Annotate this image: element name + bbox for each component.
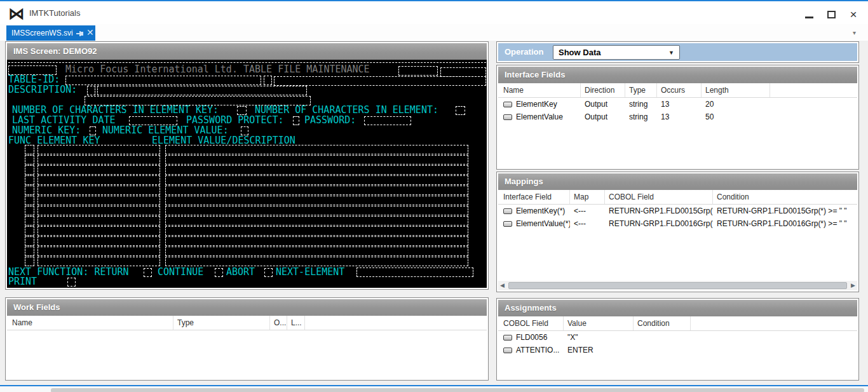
column-header-type[interactable]: Type xyxy=(625,83,657,97)
terminal-field[interactable] xyxy=(25,196,34,205)
pin-icon[interactable] xyxy=(76,30,84,37)
mappings-h-scrollbar[interactable]: ◀ ▶ xyxy=(498,281,857,290)
tab-close-icon[interactable]: ✕ xyxy=(86,27,94,37)
table-row[interactable]: ATTENTIO... ENTER xyxy=(498,344,857,356)
terminal-field[interactable] xyxy=(37,236,160,246)
terminal-field[interactable] xyxy=(25,226,34,236)
terminal-field[interactable] xyxy=(165,196,468,205)
tab-imsscreenws[interactable]: IMSScreenWS.svi ✕ xyxy=(6,25,95,41)
close-icon: × xyxy=(850,8,857,21)
column-header-condition[interactable]: Condition xyxy=(634,316,691,330)
terminal-field[interactable] xyxy=(165,145,468,154)
column-header-cobol-field[interactable]: COBOL Field xyxy=(498,316,564,330)
terminal-field[interactable] xyxy=(274,76,486,86)
terminal-field[interactable] xyxy=(440,67,486,77)
interface-fields-body: ElementKey Outputstring 1320 ElementValu… xyxy=(498,98,857,123)
bottom-scrollbar[interactable] xyxy=(0,386,868,392)
terminal-field[interactable] xyxy=(25,247,34,256)
minimize-button[interactable] xyxy=(799,9,818,22)
column-header-condition[interactable]: Condition xyxy=(713,190,857,204)
scroll-thumb[interactable] xyxy=(508,282,847,289)
terminal-field[interactable] xyxy=(67,278,76,287)
terminal-field[interactable] xyxy=(165,155,468,165)
column-header-value[interactable]: Value xyxy=(564,316,634,330)
column-header-type[interactable]: Type xyxy=(173,316,270,330)
terminal-field[interactable] xyxy=(25,155,34,165)
terminal-field[interactable] xyxy=(25,257,34,266)
terminal-field[interactable] xyxy=(165,175,468,185)
terminal-field[interactable] xyxy=(25,216,34,226)
terminal-field[interactable] xyxy=(37,186,160,195)
terminal-field[interactable] xyxy=(37,175,160,185)
terminal-field[interactable] xyxy=(65,76,261,85)
mappings-panel: Mappings Interface Field Map COBOL Field… xyxy=(496,172,859,292)
mappings-header: Mappings xyxy=(498,173,857,190)
terminal-field[interactable] xyxy=(25,236,34,246)
terminal-field[interactable] xyxy=(241,126,248,135)
column-header-cobol-field[interactable]: COBOL Field xyxy=(605,190,713,204)
column-header-name[interactable]: Name xyxy=(498,83,581,97)
column-header-occurs[interactable]: Occurs xyxy=(657,83,702,97)
terminal-field[interactable] xyxy=(364,116,411,125)
terminal-field[interactable] xyxy=(237,106,247,115)
close-button[interactable]: × xyxy=(844,9,863,22)
terminal-field[interactable] xyxy=(25,175,34,185)
operation-select[interactable]: Show Data ▼ xyxy=(553,45,680,60)
tab-overflow-chevron-icon[interactable]: ▾ xyxy=(853,29,856,36)
terminal-field[interactable] xyxy=(25,186,34,195)
terminal-field[interactable] xyxy=(87,86,95,95)
terminal-field[interactable] xyxy=(25,206,34,215)
terminal-field[interactable] xyxy=(165,165,468,175)
terminal-field[interactable] xyxy=(37,196,160,205)
terminal-field[interactable] xyxy=(165,206,468,215)
terminal-field[interactable] xyxy=(144,268,152,277)
terminal-field[interactable] xyxy=(165,186,468,195)
terminal-field[interactable] xyxy=(97,86,307,95)
terminal-field[interactable] xyxy=(215,268,223,277)
terminal-field[interactable] xyxy=(25,145,34,154)
terminal-field[interactable] xyxy=(37,247,160,256)
terminal-entry-grid xyxy=(7,145,487,267)
terminal-field[interactable] xyxy=(37,216,160,226)
terminal-field[interactable] xyxy=(37,226,160,236)
terminal-field[interactable] xyxy=(165,226,468,236)
terminal-field[interactable] xyxy=(356,267,473,277)
terminal-field[interactable] xyxy=(264,76,272,85)
terminal-field[interactable] xyxy=(165,216,468,226)
terminal-field[interactable] xyxy=(37,155,160,165)
column-header-name[interactable]: Name xyxy=(7,316,173,330)
terminal-label-table-id: TABLE-ID: xyxy=(8,75,60,84)
terminal-field[interactable] xyxy=(165,236,468,246)
column-header-direction[interactable]: Direction xyxy=(581,83,625,97)
terminal-field[interactable] xyxy=(129,116,177,125)
column-header-interface-field[interactable]: Interface Field xyxy=(498,190,570,204)
terminal-grid-row xyxy=(7,206,487,216)
table-row[interactable]: ElementValue Outputstring 1350 xyxy=(498,111,857,123)
terminal-field[interactable] xyxy=(37,165,160,175)
terminal-field[interactable] xyxy=(37,145,160,154)
column-header-length[interactable]: Length xyxy=(702,83,770,97)
terminal-field[interactable] xyxy=(165,247,468,256)
table-row[interactable]: ElementValue(*) <---RETURN-GRP1.FLD0016G… xyxy=(498,217,857,230)
column-header-map[interactable]: Map xyxy=(570,190,605,204)
terminal-field[interactable] xyxy=(25,165,34,175)
bottom-scroll-thumb[interactable] xyxy=(51,388,864,392)
terminal-field[interactable] xyxy=(264,268,273,277)
table-row[interactable]: ElementKey(*) <---RETURN-GRP1.FLD0015Grp… xyxy=(498,205,857,217)
terminal-field[interactable] xyxy=(398,66,438,76)
terminal-field[interactable] xyxy=(293,116,299,125)
column-header-occurs[interactable]: O... xyxy=(270,316,287,330)
ims-terminal-screen[interactable]: Micro Focus International Ltd. TABLE FIL… xyxy=(7,60,487,288)
maximize-button[interactable] xyxy=(822,9,841,22)
column-header-length[interactable]: L... xyxy=(287,316,305,330)
terminal-label-chars-in-element: NUMBER OF CHARACTERS IN ELEMENT: xyxy=(255,105,438,114)
terminal-field[interactable] xyxy=(37,257,160,266)
scroll-right-icon[interactable]: ▶ xyxy=(851,282,855,288)
table-row[interactable]: FLD0056 "X" xyxy=(498,331,857,344)
terminal-field[interactable] xyxy=(90,126,96,135)
table-row[interactable]: ElementKey Outputstring 1320 xyxy=(498,98,857,111)
terminal-field[interactable] xyxy=(165,257,468,266)
terminal-field[interactable] xyxy=(456,106,465,115)
scroll-left-icon[interactable]: ◀ xyxy=(500,282,505,288)
terminal-field[interactable] xyxy=(37,206,160,215)
